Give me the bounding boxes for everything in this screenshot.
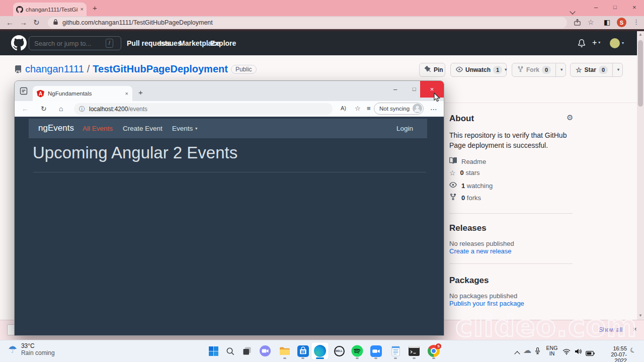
- file-explorer-button[interactable]: [276, 342, 293, 359]
- zoom-button[interactable]: [367, 342, 384, 359]
- taskbar-search-button[interactable]: [221, 342, 238, 359]
- search-tabs-icon[interactable]: [571, 7, 575, 16]
- github-search-input[interactable]: [33, 39, 106, 48]
- share-icon[interactable]: [574, 19, 581, 28]
- chrome-tab-title: changan1111/TestGitHubPageDe: [26, 7, 78, 13]
- nav-create-event[interactable]: Create Event: [123, 125, 163, 132]
- github-logo-icon[interactable]: [11, 35, 27, 53]
- dell-button[interactable]: DELL: [331, 342, 348, 359]
- running-indicator: [432, 357, 435, 359]
- repo-name-link[interactable]: TestGitHubPageDeployment: [93, 63, 228, 75]
- gear-icon[interactable]: ⚙: [567, 114, 573, 121]
- task-view-button[interactable]: [238, 342, 256, 359]
- create-release-link[interactable]: Create a new release: [449, 247, 512, 255]
- sync-profile-button[interactable]: Not syncing: [374, 103, 424, 115]
- edge-tab-close-icon[interactable]: ×: [125, 91, 128, 97]
- unwatch-label: Unwatch: [465, 66, 491, 73]
- watching-link[interactable]: 1 watching: [449, 181, 493, 190]
- pin-button[interactable]: Pin: [419, 63, 445, 77]
- edge-title-bar: A NgFundamentals × + – □ ×: [15, 81, 444, 101]
- star-button[interactable]: ☆ Star 0 ▾: [570, 63, 623, 77]
- edge-address-bar[interactable]: ⓘ localhost:4200 /events: [74, 103, 333, 115]
- chat-button[interactable]: [257, 342, 274, 359]
- wifi-icon[interactable]: [562, 348, 571, 357]
- onedrive-cloud-icon[interactable]: ☁: [523, 346, 531, 354]
- edge-new-tab-button[interactable]: +: [138, 88, 143, 96]
- edge-maximize-button[interactable]: □: [413, 86, 416, 92]
- fork-dropdown[interactable]: ▾: [555, 63, 562, 76]
- edge-reload-button[interactable]: ↻: [41, 105, 47, 112]
- chrome-taskbar-button[interactable]: S: [425, 342, 442, 359]
- readme-link[interactable]: Readme: [449, 157, 486, 166]
- bookmark-star-icon[interactable]: ☆: [588, 19, 594, 26]
- store-button[interactable]: [294, 342, 311, 359]
- side-panel-icon[interactable]: ◧: [604, 19, 610, 26]
- chrome-maximize-button[interactable]: □: [613, 5, 617, 10]
- nav-login[interactable]: Login: [396, 125, 413, 132]
- edge-taskbar-button[interactable]: [311, 342, 329, 359]
- caret-down-icon: ▾: [622, 41, 624, 45]
- caret-down-icon: ▾: [560, 68, 562, 72]
- forward-button[interactable]: →: [20, 19, 27, 26]
- chrome-tab-close-icon[interactable]: ×: [80, 7, 84, 12]
- site-info-icon[interactable]: ⓘ: [79, 106, 85, 112]
- reload-button[interactable]: ↻: [33, 19, 40, 26]
- nav-explore[interactable]: Explore: [210, 39, 236, 47]
- notepad-icon: [391, 346, 400, 356]
- scrollbar-thumb[interactable]: [638, 40, 643, 107]
- chrome-menu-icon[interactable]: ⋮: [633, 19, 639, 25]
- forks-link[interactable]: 0 forks: [449, 193, 481, 202]
- nav-all-events[interactable]: All Events: [83, 125, 113, 132]
- ng-brand[interactable]: ngEvents: [38, 123, 74, 133]
- url-text: github.com/changan1111/TestGitHubPageDep…: [62, 19, 213, 26]
- chrome-profile-avatar[interactable]: S: [617, 18, 626, 27]
- chrome-tab-active[interactable]: changan1111/TestGitHubPageDe ×: [13, 3, 87, 16]
- repo-owner-link[interactable]: changan1111: [25, 63, 84, 75]
- chrome-close-button[interactable]: ×: [632, 4, 636, 11]
- language-indicator[interactable]: ENG IN: [545, 345, 558, 356]
- lock-icon: [53, 18, 58, 27]
- tab-actions-icon[interactable]: [20, 87, 28, 97]
- favorites-icon[interactable]: ≡: [367, 105, 371, 112]
- publish-package-link[interactable]: Publish your first package: [449, 300, 524, 307]
- fork-button[interactable]: Fork 0 ▾: [512, 63, 566, 77]
- scroll-up-icon[interactable]: ▲: [638, 33, 642, 37]
- scroll-down-icon[interactable]: ▼: [638, 314, 642, 318]
- start-button[interactable]: [205, 342, 222, 359]
- clock-widget[interactable]: 16:55 20-07-2022: [600, 345, 627, 362]
- repo-tabbar-border: [444, 103, 637, 103]
- add-favorite-icon[interactable]: ☆: [355, 105, 361, 112]
- chrome-icon: S: [428, 345, 440, 357]
- microphone-icon[interactable]: [534, 347, 541, 357]
- battery-icon[interactable]: [586, 349, 595, 358]
- notepad-button[interactable]: [387, 342, 404, 359]
- volume-icon[interactable]: [574, 348, 582, 357]
- nav-events-dropdown[interactable]: Events ▾: [172, 125, 197, 132]
- github-profile-menu[interactable]: ▾: [610, 38, 624, 48]
- stars-link[interactable]: ☆ 0 stars: [449, 169, 480, 176]
- unwatch-button[interactable]: Unwatch 1 ▾: [450, 63, 507, 77]
- create-new-button[interactable]: + ▾: [592, 39, 600, 47]
- caret-down-icon: ▾: [598, 41, 600, 45]
- edge-back-button[interactable]: ←: [22, 105, 29, 112]
- weather-widget[interactable]: ☂ 33°C Rain coming: [8, 342, 55, 356]
- chrome-address-bar[interactable]: github.com/changan1111/TestGitHubPageDep…: [48, 17, 567, 28]
- spotify-button[interactable]: [349, 342, 366, 359]
- edge-home-button[interactable]: ⌂: [59, 105, 63, 112]
- tray-expand-icon[interactable]: [515, 349, 519, 358]
- edge-tab-active[interactable]: A NgFundamentals ×: [33, 86, 132, 101]
- chrome-minimize-button[interactable]: –: [594, 4, 598, 11]
- focus-assist-moon-icon[interactable]: ☾: [629, 346, 636, 354]
- edge-minimize-button[interactable]: –: [393, 86, 397, 93]
- back-button[interactable]: ←: [6, 19, 14, 26]
- star-dropdown[interactable]: ▾: [612, 63, 619, 76]
- new-tab-button[interactable]: +: [93, 4, 97, 12]
- edge-toolbar: ← ↻ ⌂ ⓘ localhost:4200 /events A) ☆ ≡ No…: [15, 101, 444, 117]
- notifications-bell-icon[interactable]: [578, 39, 586, 49]
- section-divider: [449, 263, 573, 264]
- read-aloud-icon[interactable]: A): [341, 106, 346, 111]
- edge-menu-icon[interactable]: ⋯: [430, 106, 437, 113]
- github-search-box[interactable]: /: [29, 36, 121, 50]
- nav-issues[interactable]: Issues: [159, 39, 182, 47]
- terminal-button[interactable]: [406, 342, 423, 359]
